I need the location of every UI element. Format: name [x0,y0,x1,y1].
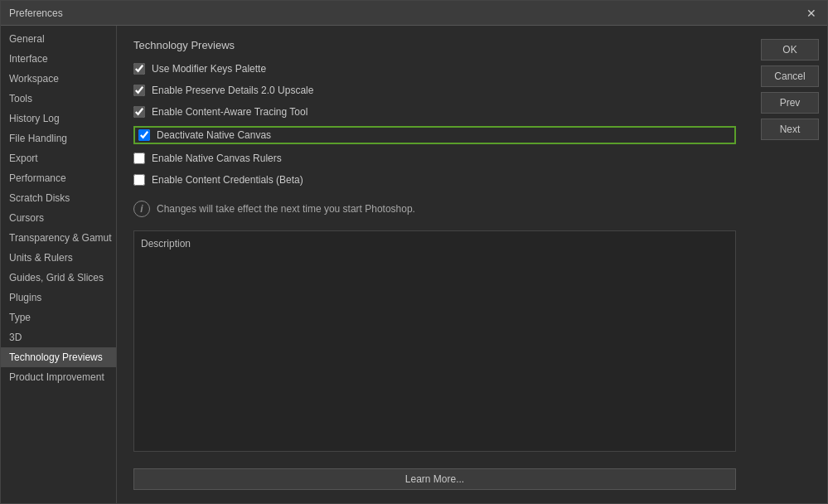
checkbox-label-enable-native-canvas-rulers: Enable Native Canvas Rulers [152,153,282,164]
sidebar-item-product-improvement[interactable]: Product Improvement [1,367,116,387]
checkbox-enable-content-credentials[interactable] [133,174,145,186]
section-title: Technology Previews [133,39,736,51]
close-button[interactable]: ✕ [804,6,819,21]
checkbox-row-use-modifier-keys: Use Modifier Keys Palette [133,61,736,76]
checkbox-label-enable-preserve-details: Enable Preserve Details 2.0 Upscale [152,85,313,96]
main-content: Technology Previews Use Modifier Keys Pa… [117,26,753,503]
sidebar: GeneralInterfaceWorkspaceToolsHistory Lo… [1,26,117,503]
sidebar-item-units-rulers[interactable]: Units & Rulers [1,248,116,268]
sidebar-item-3d[interactable]: 3D [1,327,116,347]
checkbox-deactivate-native-canvas[interactable] [138,129,150,141]
ok-button[interactable]: OK [761,39,819,61]
checkbox-row-enable-preserve-details: Enable Preserve Details 2.0 Upscale [133,83,736,98]
side-buttons: OK Cancel Prev Next [753,26,827,503]
sidebar-item-export[interactable]: Export [1,148,116,168]
sidebar-item-history-log[interactable]: History Log [1,109,116,128]
description-box: Description [133,230,736,452]
info-row: i Changes will take effect the next time… [133,201,736,217]
description-label: Description [141,238,729,250]
prev-button[interactable]: Prev [761,92,819,114]
sidebar-item-type[interactable]: Type [1,308,116,327]
checkbox-enable-native-canvas-rulers[interactable] [133,153,145,164]
sidebar-item-scratch-disks[interactable]: Scratch Disks [1,188,116,208]
checkbox-use-modifier-keys[interactable] [133,63,145,75]
info-message: Changes will take effect the next time y… [157,203,415,215]
sidebar-item-workspace[interactable]: Workspace [1,69,116,89]
checkbox-enable-preserve-details[interactable] [133,85,145,96]
preferences-dialog: Preferences ✕ GeneralInterfaceWorkspaceT… [0,0,828,504]
sidebar-item-performance[interactable]: Performance [1,168,116,188]
checkbox-row-enable-content-aware: Enable Content-Aware Tracing Tool [133,104,736,119]
sidebar-item-interface[interactable]: Interface [1,49,116,69]
checkbox-row-enable-native-canvas-rulers: Enable Native Canvas Rulers [133,151,736,166]
sidebar-item-general[interactable]: General [1,29,116,49]
sidebar-item-plugins[interactable]: Plugins [1,288,116,308]
checkbox-label-deactivate-native-canvas: Deactivate Native Canvas [157,129,271,141]
checkbox-label-enable-content-credentials: Enable Content Credentials (Beta) [152,174,303,186]
title-bar: Preferences ✕ [1,1,827,26]
checkbox-label-enable-content-aware: Enable Content-Aware Tracing Tool [152,106,307,118]
checkbox-row-deactivate-native-canvas: Deactivate Native Canvas [133,126,736,144]
checkbox-enable-content-aware[interactable] [133,106,145,118]
checkboxes-container: Use Modifier Keys PaletteEnable Preserve… [133,61,736,194]
sidebar-item-file-handling[interactable]: File Handling [1,128,116,148]
cancel-button[interactable]: Cancel [761,65,819,87]
sidebar-item-guides-grid-slices[interactable]: Guides, Grid & Slices [1,268,116,288]
sidebar-item-technology-previews[interactable]: Technology Previews [1,347,116,367]
content-area: Technology Previews Use Modifier Keys Pa… [117,26,827,503]
checkbox-label-use-modifier-keys: Use Modifier Keys Palette [152,63,266,75]
learn-more-button[interactable]: Learn More... [133,468,736,490]
info-icon: i [133,201,150,217]
sidebar-item-transparency-gamut[interactable]: Transparency & Gamut [1,228,116,248]
dialog-body: GeneralInterfaceWorkspaceToolsHistory Lo… [1,26,827,503]
sidebar-item-cursors[interactable]: Cursors [1,208,116,228]
next-button[interactable]: Next [761,119,819,140]
sidebar-item-tools[interactable]: Tools [1,89,116,109]
dialog-title: Preferences [9,7,63,19]
checkbox-row-enable-content-credentials: Enable Content Credentials (Beta) [133,172,736,187]
